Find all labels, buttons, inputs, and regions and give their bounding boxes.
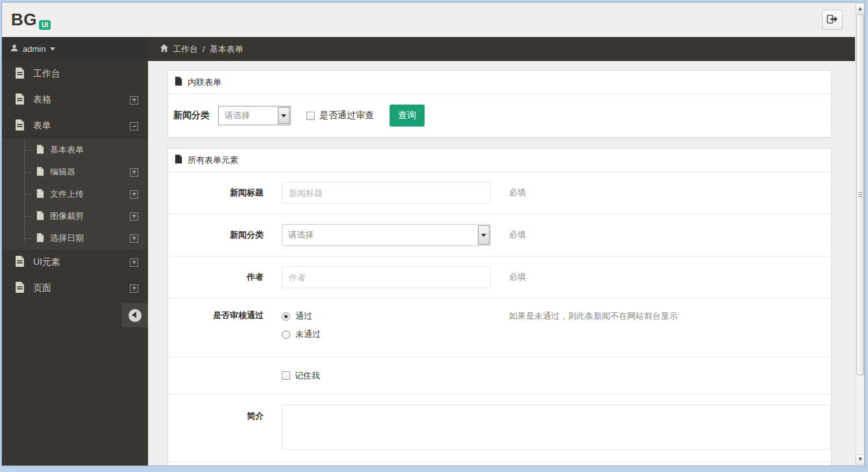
- expand-plus-icon[interactable]: +: [130, 212, 138, 221]
- arrow-down-icon: [858, 458, 862, 463]
- radio-pass-label: 通过: [295, 310, 312, 322]
- submenu-item-label: 基本表单: [50, 144, 84, 156]
- sidebar-item-forms[interactable]: 表单 −: [2, 113, 148, 139]
- user-menu[interactable]: admin: [2, 37, 148, 61]
- form-row-review-status: 是否审核通过 通过 未通过: [168, 299, 831, 357]
- document-icon: [36, 167, 44, 178]
- expand-plus-icon[interactable]: +: [130, 284, 138, 293]
- breadcrumb: 工作台 / 基本表单: [148, 37, 855, 61]
- news-title-input[interactable]: [282, 182, 491, 204]
- document-icon: [36, 211, 44, 222]
- scrollbar-up-button[interactable]: [856, 3, 864, 14]
- inline-form-panel: 内联表单 新闻分类 请选择 是否通过审查: [167, 70, 832, 138]
- remember-me-label: 记住我: [295, 370, 320, 382]
- vertical-scrollbar[interactable]: [855, 3, 864, 466]
- panel-title: 内联表单: [188, 77, 221, 88]
- submenu-item-file-upload[interactable]: 文件上传 +: [2, 183, 148, 205]
- expand-plus-icon[interactable]: +: [130, 190, 138, 199]
- submenu-item-date-picker[interactable]: 选择日期 +: [2, 227, 148, 249]
- submenu-item-label: 编辑器: [50, 166, 75, 178]
- scrollbar-grip-icon: [858, 192, 862, 198]
- radio-fail-wrap: 未通过: [282, 329, 491, 340]
- select-arrow-button[interactable]: [278, 107, 290, 124]
- sidebar-nav: 工作台 表格 + 表单 −: [2, 61, 148, 301]
- logo-text: BG: [11, 10, 37, 29]
- document-icon: [36, 189, 44, 200]
- form-row-intro: 简介: [168, 395, 831, 462]
- submenu-item-label: 选择日期: [50, 232, 84, 244]
- review-status-label: 是否审核通过: [168, 310, 282, 321]
- form-row-news-title: 新闻标题 必填: [168, 172, 831, 214]
- radio-fail[interactable]: [282, 330, 290, 339]
- breadcrumb-link-workbench[interactable]: 工作台: [173, 43, 198, 55]
- query-button[interactable]: 查询: [390, 105, 425, 127]
- top-header: BGUI: [2, 3, 855, 37]
- collapse-sidebar-button[interactable]: [122, 303, 148, 327]
- document-icon: [15, 119, 25, 132]
- scrollbar-down-button[interactable]: [856, 454, 864, 465]
- submenu-item-basic-form[interactable]: 基本表单: [2, 139, 148, 161]
- sidebar-collapse-row: [2, 303, 148, 327]
- sidebar-item-tables[interactable]: 表格 +: [2, 87, 148, 113]
- user-icon: [10, 44, 18, 54]
- news-category-select[interactable]: 请选择: [218, 106, 291, 125]
- app-logo: BGUI: [11, 10, 49, 30]
- document-icon: [175, 77, 182, 88]
- remember-me-checkbox[interactable]: [282, 371, 290, 380]
- chevron-left-circle-icon: [129, 309, 142, 322]
- form-row-author: 作者 必填: [168, 256, 831, 299]
- radio-pass-wrap: 通过: [282, 310, 491, 322]
- radio-pass[interactable]: [282, 312, 290, 321]
- submenu-item-image-crop[interactable]: 图像裁剪 +: [2, 205, 148, 227]
- submenu-item-editor[interactable]: 编辑器 +: [2, 161, 148, 183]
- scrollbar-thumb[interactable]: [856, 14, 864, 375]
- main-content: 工作台 / 基本表单 内联表单 新闻分类: [148, 37, 855, 466]
- document-icon: [175, 155, 182, 166]
- collapse-minus-icon[interactable]: −: [130, 122, 138, 130]
- document-icon: [15, 68, 25, 81]
- sidebar-item-pages[interactable]: 页面 +: [2, 275, 148, 301]
- select-value: 请选择: [282, 225, 477, 245]
- caret-down-icon: [50, 47, 55, 53]
- form-row-news-category: 新闻分类 请选择 必填: [168, 214, 831, 256]
- logout-button[interactable]: [822, 10, 843, 30]
- author-input[interactable]: [282, 266, 491, 288]
- radio-fail-label: 未通过: [295, 329, 321, 340]
- form-elements-panel-header: 所有表单元素: [168, 149, 831, 172]
- document-icon: [15, 282, 25, 295]
- sidebar-item-label: 表单: [33, 120, 51, 132]
- document-icon: [15, 256, 25, 269]
- sidebar: admin 工作台 表格 +: [2, 37, 148, 466]
- sidebar-item-ui-elements[interactable]: UI元素 +: [2, 249, 148, 275]
- expand-plus-icon[interactable]: +: [130, 96, 138, 105]
- home-icon: [160, 44, 168, 54]
- sidebar-item-workbench[interactable]: 工作台: [2, 61, 148, 87]
- expand-plus-icon[interactable]: +: [130, 258, 138, 267]
- select-arrow-button[interactable]: [478, 225, 490, 245]
- chevron-down-icon: [481, 234, 486, 240]
- breadcrumb-current: 基本表单: [210, 43, 243, 55]
- author-label: 作者: [168, 272, 282, 282]
- username: admin: [23, 44, 45, 54]
- required-badge: 必填: [509, 187, 526, 199]
- inline-form-panel-header: 内联表单: [168, 71, 831, 94]
- news-category-label: 新闻分类: [168, 230, 282, 240]
- breadcrumb-separator: /: [203, 44, 205, 54]
- sidebar-item-label: 工作台: [33, 68, 60, 80]
- intro-textarea[interactable]: [282, 404, 830, 450]
- forms-submenu: 基本表单 编辑器 +: [2, 139, 148, 249]
- logo-ui-badge: UI: [39, 20, 51, 30]
- select-value: 请选择: [219, 106, 277, 125]
- news-category-select-large[interactable]: 请选择: [282, 224, 491, 246]
- required-badge: 必填: [509, 229, 526, 241]
- inline-form-body: 新闻分类 请选择 是否通过审查 查询: [168, 94, 831, 137]
- chevron-down-icon: [281, 114, 286, 120]
- review-filter-checkbox-label: 是否通过审查: [319, 110, 374, 121]
- review-filter-checkbox[interactable]: [306, 112, 315, 120]
- body-row: admin 工作台 表格 +: [2, 37, 855, 466]
- review-help-text: 如果是未通过，则此条新闻不在网站前台显示: [509, 310, 678, 322]
- sign-out-icon: [826, 14, 838, 26]
- expand-plus-icon[interactable]: +: [130, 168, 138, 177]
- page: BGUI admin: [2, 3, 855, 466]
- expand-plus-icon[interactable]: +: [130, 234, 138, 243]
